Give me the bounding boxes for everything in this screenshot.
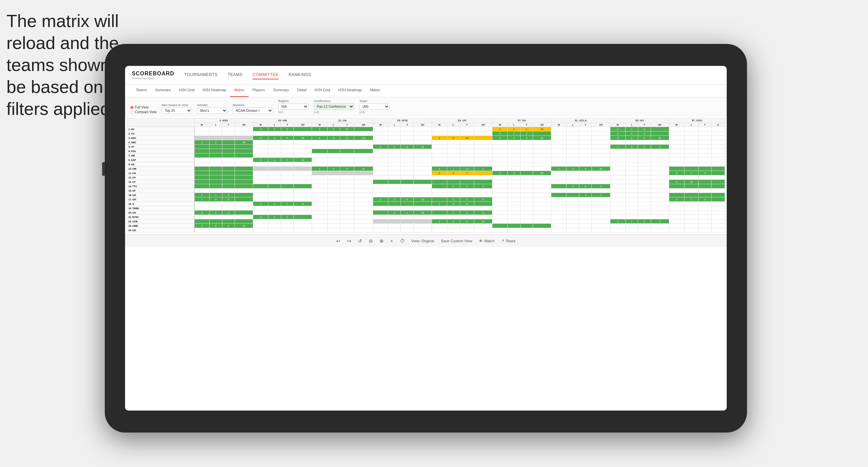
- table-row: 7. UM: [127, 153, 725, 158]
- undo-btn[interactable]: ↩: [336, 238, 340, 244]
- matrix-cell: [210, 202, 222, 206]
- matrix-cell: 0: [638, 145, 651, 149]
- sub-tab-summary[interactable]: Summary: [151, 86, 175, 97]
- share-btn[interactable]: ↗ Share: [501, 239, 515, 243]
- matrix-cell: [388, 175, 401, 180]
- matrix-cell: [625, 211, 638, 215]
- sub-tab-matrix[interactable]: Matrix: [230, 86, 248, 97]
- matrix-cell: [625, 224, 638, 228]
- matrix-cell: [474, 127, 492, 131]
- matrix-cell: [460, 175, 474, 180]
- matrix-cell: [281, 224, 293, 228]
- refresh-btn[interactable]: ↺: [358, 238, 362, 244]
- redo-btn[interactable]: ↪: [347, 238, 351, 244]
- matrix-cell: [413, 140, 432, 145]
- nav-committee[interactable]: COMMITTEE: [252, 71, 279, 79]
- zoom-in-btn[interactable]: ⊕: [380, 238, 384, 244]
- sub-tab-matrix2[interactable]: Matrix: [366, 86, 384, 97]
- full-view-option[interactable]: Full View: [130, 105, 156, 109]
- matrix-cell: [222, 149, 235, 153]
- nav-teams[interactable]: TEAMS: [228, 71, 243, 79]
- refresh-icon: ↺: [358, 238, 362, 244]
- nav-tournaments[interactable]: TOURNAMENTS: [185, 71, 218, 79]
- sub-col-su-l: L: [508, 123, 520, 127]
- matrix-cell: 1: [268, 158, 281, 162]
- matrix-cell: [592, 131, 610, 136]
- matrix-cell: [268, 145, 281, 149]
- nav-rankings[interactable]: RANKINGS: [289, 71, 311, 79]
- matrix-cell: [268, 180, 281, 184]
- matrix-cell: [474, 180, 492, 184]
- sub-tab-h2h-heatmap2[interactable]: H2H Heatmap: [334, 86, 366, 97]
- matrix-cell: 0: [253, 136, 268, 140]
- matrix-cell: [281, 153, 293, 158]
- table-row: 5. UT010222001: [127, 145, 725, 149]
- view-original-btn[interactable]: View: Original: [411, 239, 434, 243]
- max-teams-select[interactable]: Top 25 Top 50 All: [162, 107, 192, 114]
- matrix-cell: [281, 162, 293, 167]
- matrix-cell: 1: [474, 184, 492, 189]
- matrix-cell: [235, 136, 253, 140]
- matrix-cell: [210, 219, 222, 224]
- sub-col-uu-l: L: [625, 123, 638, 127]
- sub-tab-detail[interactable]: Detail: [293, 86, 311, 97]
- matrix-cell: 1: [684, 171, 698, 175]
- gender-select[interactable]: Men's Women's: [197, 107, 227, 114]
- team-select[interactable]: (All): [359, 103, 390, 110]
- bottom-toolbar: ↩ ↪ ↺ ⊖ ⊕ + ⏱ View: Original Save Custom…: [125, 234, 727, 247]
- watch-btn[interactable]: 👁 Watch: [479, 239, 495, 243]
- matrix-cell: [460, 228, 474, 232]
- team-label: Team: [359, 99, 390, 103]
- matrix-cell: [566, 211, 579, 215]
- matrix-area[interactable]: 3. ASU 10. UW 11. UA 22. UCB 24. UO 27. …: [125, 116, 727, 234]
- matrix-cell: [711, 215, 725, 219]
- sub-tab-players[interactable]: Players: [248, 86, 269, 97]
- matrix-cell: [354, 158, 373, 162]
- matrix-cell: 0: [447, 184, 460, 189]
- matrix-cell: [474, 193, 492, 197]
- save-custom-btn[interactable]: Save Custom View: [441, 239, 473, 243]
- matrix-cell: 0: [669, 180, 684, 184]
- matrix-cell: 4: [447, 171, 460, 175]
- sub-tab-h2h-grid2[interactable]: H2H Grid: [311, 86, 334, 97]
- matrix-cell: [492, 215, 508, 219]
- matrix-cell: [401, 224, 413, 228]
- division-label: Division: [233, 103, 273, 107]
- compact-view-option[interactable]: Compact View: [130, 110, 156, 114]
- division-select[interactable]: NCAA Division I NCAA Division II NCAA Di…: [233, 107, 273, 114]
- conference-filter: Conference Pac-12 Conference (All) ACC B…: [314, 99, 354, 114]
- matrix-cell: [460, 189, 474, 193]
- region-select[interactable]: N/A East West: [278, 103, 309, 110]
- matrix-cell: [711, 211, 725, 215]
- matrix-cell: [492, 149, 508, 153]
- team-name-cell: 24. UO: [127, 228, 194, 232]
- matrix-cell: [312, 228, 327, 232]
- sub-tab-teams[interactable]: Teams: [132, 86, 151, 97]
- matrix-cell: [460, 224, 474, 228]
- matrix-cell: [610, 149, 625, 153]
- matrix-cell: [669, 140, 684, 145]
- matrix-cell: [210, 206, 222, 211]
- matrix-cell: [551, 219, 566, 224]
- matrix-cell: 0: [210, 140, 222, 145]
- region-filter: Region N/A East West N/A: [278, 99, 309, 114]
- matrix-cell: [432, 158, 447, 162]
- sub-tab-summary2[interactable]: Summary: [269, 86, 293, 97]
- reset-zoom-btn[interactable]: +: [390, 238, 393, 244]
- matrix-cell: [312, 175, 327, 180]
- conference-select[interactable]: Pac-12 Conference (All) ACC Big Ten: [314, 103, 354, 110]
- matrix-cell: [492, 211, 508, 215]
- sub-tab-h2h-heatmap[interactable]: H2H Heatmap: [198, 86, 230, 97]
- matrix-cell: [401, 162, 413, 167]
- matrix-cell: [354, 219, 373, 224]
- timer-btn[interactable]: ⏱: [400, 238, 405, 244]
- sub-col-uw-dif: Dif: [294, 123, 312, 127]
- zoom-out-btn[interactable]: ⊖: [369, 238, 373, 244]
- sub-tab-h2h-grid[interactable]: H2H Grid: [175, 86, 198, 97]
- matrix-cell: [592, 202, 610, 206]
- table-row: 11. UA3401040010: [127, 171, 725, 175]
- matrix-cell: [551, 131, 566, 136]
- matrix-cell: [312, 171, 327, 175]
- matrix-cell: [388, 127, 401, 131]
- matrix-cell: [294, 131, 312, 136]
